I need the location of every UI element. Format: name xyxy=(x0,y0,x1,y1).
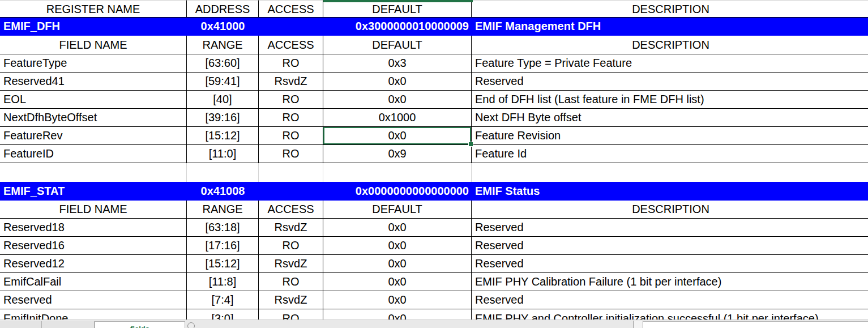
field-name-cell[interactable]: Reserved41 xyxy=(0,73,187,91)
field-default-cell[interactable]: 0x1000 xyxy=(323,109,472,127)
sheet-tab-active[interactable]: fields xyxy=(95,321,185,328)
add-sheet-icon[interactable] xyxy=(187,322,195,328)
selected-column-highlight xyxy=(323,0,473,2)
register-row: EMIF_DFH0x410000x3000000010000009EMIF Ma… xyxy=(0,18,868,36)
field-name-cell[interactable]: EmifCalFail xyxy=(0,273,187,291)
field-header-access[interactable]: ACCESS xyxy=(259,36,323,54)
field-range-cell[interactable]: [39:16] xyxy=(187,109,259,127)
field-default-cell[interactable]: 0x0 xyxy=(323,273,472,291)
field-description-cell[interactable]: Reserved xyxy=(472,237,868,255)
field-default-cell[interactable]: 0x0 xyxy=(323,219,472,237)
field-access-cell[interactable]: RO xyxy=(259,273,323,291)
field-range-cell[interactable]: [15:12] xyxy=(187,255,259,273)
field-access-cell[interactable]: RsvdZ xyxy=(259,73,323,91)
register-default-cell[interactable]: 0x3000000010000009 xyxy=(323,18,472,36)
field-description-cell[interactable]: Reserved xyxy=(472,255,868,273)
header-register-name[interactable]: REGISTER NAME xyxy=(0,0,187,18)
field-row: Reserved18[63:18]RsvdZ0x0Reserved xyxy=(0,219,868,237)
field-name-cell[interactable]: FeatureID xyxy=(0,145,187,163)
sheet-tab[interactable] xyxy=(0,321,42,328)
register-description-cell[interactable]: EMIF Management DFH xyxy=(472,18,868,36)
field-header-description[interactable]: DESCRIPTION xyxy=(472,36,868,54)
field-range-cell[interactable]: [17:16] xyxy=(187,237,259,255)
register-address-cell[interactable]: 0x41000 xyxy=(187,18,259,36)
field-header-row: FIELD NAMERANGEACCESSDEFAULTDESCRIPTION xyxy=(0,201,868,219)
field-name-cell[interactable]: Reserved12 xyxy=(0,255,187,273)
field-description-cell[interactable]: Reserved xyxy=(472,73,868,91)
field-range-cell[interactable]: [11:0] xyxy=(187,145,259,163)
field-access-cell[interactable]: RO xyxy=(259,127,323,145)
blank-row xyxy=(0,163,868,182)
field-default-cell[interactable]: 0x0 xyxy=(323,91,472,109)
empty-cell[interactable] xyxy=(323,163,472,182)
field-name-cell[interactable]: FeatureRev xyxy=(0,127,187,145)
field-header-range[interactable]: RANGE xyxy=(187,201,259,219)
field-header-description[interactable]: DESCRIPTION xyxy=(472,201,868,219)
field-access-cell[interactable]: RsvdZ xyxy=(259,291,323,309)
field-description-cell[interactable]: End of DFH list (Last feature in FME DFH… xyxy=(472,91,868,109)
field-description-cell[interactable]: Feature Id xyxy=(472,145,868,163)
field-access-cell[interactable]: RsvdZ xyxy=(259,219,323,237)
field-name-cell[interactable]: Reserved18 xyxy=(0,219,187,237)
field-description-cell[interactable]: Feature Revision xyxy=(472,127,868,145)
register-access-cell[interactable] xyxy=(259,182,323,201)
field-description-cell[interactable]: Reserved xyxy=(472,291,868,309)
field-access-cell[interactable]: RO xyxy=(259,54,323,73)
header-description[interactable]: DESCRIPTION xyxy=(472,0,868,18)
field-range-cell[interactable]: [15:12] xyxy=(187,127,259,145)
header-access[interactable]: ACCESS xyxy=(259,0,323,18)
header-default[interactable]: DEFAULT xyxy=(323,0,472,18)
tabbar-splitter[interactable] xyxy=(633,321,643,328)
field-access-cell[interactable]: RO xyxy=(259,145,323,163)
field-name-cell[interactable]: FeatureType xyxy=(0,54,187,73)
field-default-cell[interactable]: 0x0 xyxy=(323,237,472,255)
field-description-cell[interactable]: EMIF PHY Calibration Failure (1 bit per … xyxy=(472,273,868,291)
register-access-cell[interactable] xyxy=(259,18,323,36)
field-name-cell[interactable]: NextDfhByteOffset xyxy=(0,109,187,127)
sheet-tab[interactable] xyxy=(42,321,95,328)
field-row: EmifCalFail[11:8]RO0x0EMIF PHY Calibrati… xyxy=(0,273,868,291)
field-header-name[interactable]: FIELD NAME xyxy=(0,36,187,54)
field-range-cell[interactable]: [11:8] xyxy=(187,273,259,291)
horizontal-scrollbar[interactable] xyxy=(643,321,868,328)
empty-cell[interactable] xyxy=(472,163,868,182)
field-range-cell[interactable]: [63:60] xyxy=(187,54,259,73)
register-name-cell[interactable]: EMIF_DFH xyxy=(0,18,187,36)
field-name-cell[interactable]: EOL xyxy=(0,91,187,109)
field-header-name[interactable]: FIELD NAME xyxy=(0,201,187,219)
sheet-tab-label: fields xyxy=(130,325,149,328)
field-range-cell[interactable]: [40] xyxy=(187,91,259,109)
field-access-cell[interactable]: RO xyxy=(259,91,323,109)
field-range-cell[interactable]: [7:4] xyxy=(187,291,259,309)
register-address-cell[interactable]: 0x41008 xyxy=(187,182,259,201)
register-name-cell[interactable]: EMIF_STAT xyxy=(0,182,187,201)
selected-cell[interactable]: 0x0 xyxy=(323,127,472,145)
field-range-cell[interactable]: [63:18] xyxy=(187,219,259,237)
field-default-cell[interactable]: 0x3 xyxy=(323,54,472,73)
field-header-access[interactable]: ACCESS xyxy=(259,201,323,219)
field-header-default[interactable]: DEFAULT xyxy=(323,201,472,219)
register-description-cell[interactable]: EMIF Status xyxy=(472,182,868,201)
field-description-cell[interactable]: Feature Type = Private Feature xyxy=(472,54,868,73)
field-name-cell[interactable]: Reserved xyxy=(0,291,187,309)
field-access-cell[interactable]: RO xyxy=(259,237,323,255)
field-default-cell[interactable]: 0x0 xyxy=(323,255,472,273)
field-description-cell[interactable]: Reserved xyxy=(472,219,868,237)
register-default-cell[interactable]: 0x0000000000000000 xyxy=(323,182,472,201)
field-access-cell[interactable]: RsvdZ xyxy=(259,255,323,273)
register-row: EMIF_STAT0x410080x0000000000000000EMIF S… xyxy=(0,182,868,201)
empty-cell[interactable] xyxy=(259,163,323,182)
field-range-cell[interactable]: [59:41] xyxy=(187,73,259,91)
field-row: FeatureType[63:60]RO0x3Feature Type = Pr… xyxy=(0,54,868,73)
field-default-cell[interactable]: 0x0 xyxy=(323,73,472,91)
empty-cell[interactable] xyxy=(0,163,187,182)
field-header-default[interactable]: DEFAULT xyxy=(323,36,472,54)
field-header-range[interactable]: RANGE xyxy=(187,36,259,54)
empty-cell[interactable] xyxy=(187,163,259,182)
field-access-cell[interactable]: RO xyxy=(259,109,323,127)
field-default-cell[interactable]: 0x0 xyxy=(323,291,472,309)
field-default-cell[interactable]: 0x9 xyxy=(323,145,472,163)
header-address[interactable]: ADDRESS xyxy=(187,0,259,18)
field-name-cell[interactable]: Reserved16 xyxy=(0,237,187,255)
field-description-cell[interactable]: Next DFH Byte offset xyxy=(472,109,868,127)
